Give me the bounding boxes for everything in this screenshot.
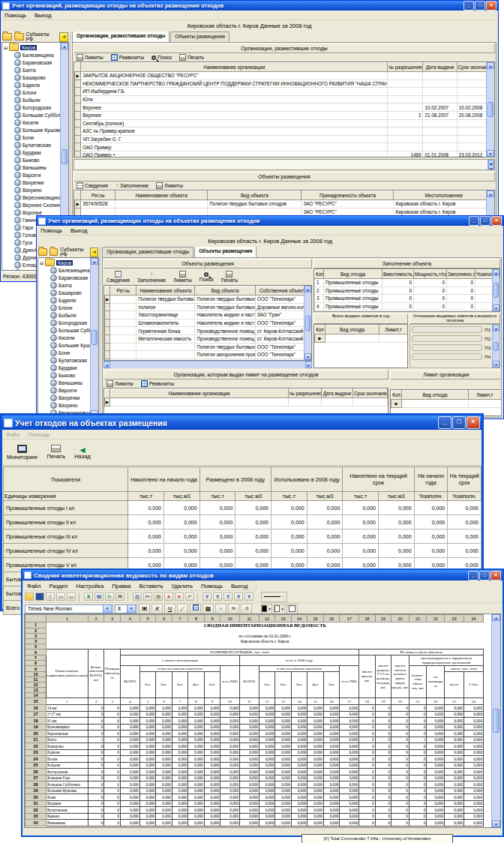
cell[interactable]: 0,000 xyxy=(414,501,448,515)
sheet-cell[interactable]: 0 xyxy=(409,756,427,763)
limits-button[interactable]: Лимиты xyxy=(106,380,134,387)
sheet-cell[interactable]: 0 xyxy=(88,762,104,769)
table-row[interactable]: ▶Полигон твердых бытовыхПолигон твердых … xyxy=(105,296,311,304)
column-number-cell[interactable]: 8 xyxy=(188,698,205,705)
sheet-cell[interactable]: 0,000 xyxy=(259,782,275,788)
sheet-cell[interactable]: 0,000 xyxy=(188,730,205,737)
sheet-cell[interactable]: 0 xyxy=(375,807,392,814)
excel-icon[interactable] xyxy=(84,592,93,601)
fill-button[interactable]: ↑Заполнение xyxy=(137,271,166,283)
territory-name-cell[interactable]: Бахта xyxy=(46,736,88,743)
sheet-cell[interactable]: 0,000 xyxy=(340,794,359,801)
bold-button[interactable]: Ж xyxy=(139,604,150,614)
sheet-cell[interactable]: 0,000 xyxy=(427,813,445,820)
sheet-cell[interactable]: 0,000 xyxy=(275,782,292,788)
sheet-cell[interactable]: 0,000 xyxy=(204,705,220,712)
cut-icon[interactable] xyxy=(143,592,152,601)
sheet-cell[interactable]: 2кл. xyxy=(156,672,172,698)
sheet-cell[interactable]: 0,000 xyxy=(308,807,324,814)
sheet-cell[interactable]: 0,000 xyxy=(340,743,359,750)
maximize-button[interactable]: □ xyxy=(452,416,466,429)
column-number-cell[interactable]: 16 xyxy=(323,698,340,705)
sheet-cell[interactable]: 0,000 xyxy=(464,813,483,820)
column-header[interactable]: 14 xyxy=(291,615,308,622)
column-header[interactable]: 9 xyxy=(204,615,220,622)
sheet-cell[interactable]: 0 xyxy=(375,820,392,826)
territory-name-cell[interactable]: 14 км xyxy=(46,705,88,712)
sheet-cell[interactable]: 0,000 xyxy=(427,794,445,801)
column-header[interactable]: 7 xyxy=(172,615,188,622)
column-header[interactable]: 24 xyxy=(464,615,483,622)
monitoring-button[interactable]: Мониторинг xyxy=(7,445,38,460)
sheet-cell[interactable]: 0,000 xyxy=(172,749,188,756)
sheet-cell[interactable]: 0,000 xyxy=(188,749,205,756)
sheet-cell[interactable]: 0,000 xyxy=(204,724,220,730)
sheet-cell[interactable]: 0,000 xyxy=(427,730,445,737)
sheet-cell[interactable]: 0,000 xyxy=(427,762,445,769)
sheet-cell[interactable]: 0,000 xyxy=(204,762,220,769)
sheet-cell[interactable]: 0,000 xyxy=(445,718,464,724)
sheet-cell[interactable]: 0,000 xyxy=(323,724,340,730)
sheet-cell[interactable]: 0,000 xyxy=(188,724,205,730)
sheet-cell[interactable]: 0,000 xyxy=(445,788,464,794)
sheet-cell[interactable]: ВСЕГО xyxy=(120,666,140,698)
sheet-cell[interactable]: 0 xyxy=(409,775,427,782)
sheet-cell[interactable]: 0,000 xyxy=(156,762,172,769)
sheet-cell[interactable]: 0,000 xyxy=(291,705,308,712)
grid-borders-icon[interactable] xyxy=(190,604,201,614)
line-style-select[interactable]: · xyxy=(261,592,287,602)
sheet-cell[interactable]: 0,000 xyxy=(240,749,260,756)
column-header[interactable]: Мощность,т/год xyxy=(414,270,447,279)
limits-button[interactable]: Лимиты xyxy=(173,271,192,283)
sheet-cell[interactable]: 0,000 xyxy=(220,705,240,712)
row-header[interactable]: 30 xyxy=(26,794,46,801)
column-header[interactable]: 11 xyxy=(240,615,260,622)
sheet-cell[interactable]: 0 xyxy=(375,711,392,718)
sheet-cell[interactable]: 0,000 xyxy=(291,749,308,756)
menu-item[interactable]: Удалить xyxy=(171,583,193,590)
copy-icon[interactable] xyxy=(133,592,142,601)
row-header[interactable]: 6 xyxy=(26,650,46,656)
sheet-cell[interactable]: 0,000 xyxy=(259,730,275,737)
sheet-cell[interactable]: 0,000 xyxy=(220,743,240,750)
maximize-button[interactable]: □ xyxy=(475,1,485,10)
sheet-cell[interactable]: 0 xyxy=(359,807,376,814)
row-header[interactable]: 7 xyxy=(26,656,46,661)
sheet-cell[interactable]: 0,000 xyxy=(427,782,445,788)
column-header[interactable]: Наименование организации xyxy=(110,389,289,398)
sheet-cell[interactable]: 0 xyxy=(88,724,104,730)
sheet-cell[interactable]: 0,000 xyxy=(120,813,140,820)
table-row[interactable]: ХвостохранилищеНакопитель жидких и пастЗ… xyxy=(105,311,311,320)
sheet-cell[interactable]: 0,000 xyxy=(464,705,483,712)
word-icon[interactable] xyxy=(94,592,104,601)
sheet-cell[interactable]: 0 xyxy=(409,769,427,776)
sheet-cell[interactable]: 0,000 xyxy=(340,775,359,782)
sheet-cell[interactable]: 0,000 xyxy=(464,800,483,807)
sheet-cell[interactable]: 0,000 xyxy=(275,794,292,801)
sheet-cell[interactable]: 0 xyxy=(375,724,392,730)
print-button[interactable]: Печать xyxy=(221,271,238,283)
sheet-cell[interactable]: 0,000 xyxy=(464,782,483,788)
menu-item[interactable]: Настройка xyxy=(76,583,104,590)
sheet-cell[interactable]: 0,000 xyxy=(427,736,445,743)
row-header[interactable]: 11 xyxy=(26,677,46,682)
sheet-cell[interactable]: 0,000 xyxy=(340,718,359,724)
sheet-cell[interactable]: 0,000 xyxy=(172,800,188,807)
cell[interactable]: 0,000 xyxy=(343,544,379,558)
cell[interactable]: 0,000 xyxy=(307,515,343,530)
filter-icon[interactable] xyxy=(213,592,222,601)
sheet-cell[interactable]: 0,000 xyxy=(220,820,240,826)
column-number-cell[interactable]: 9 xyxy=(204,698,220,705)
sheet-cell[interactable]: 0,000 xyxy=(340,749,359,756)
sheet-cell[interactable]: 0,000 xyxy=(120,820,140,826)
sheet-cell[interactable]: 0,000 xyxy=(445,730,464,737)
sheet-cell[interactable]: 0,000 xyxy=(323,782,340,788)
close-button[interactable]: × xyxy=(486,1,496,10)
sheet-cell[interactable]: 0,000 xyxy=(427,718,445,724)
sheet-cell[interactable]: 0,000 xyxy=(323,813,340,820)
row-header[interactable]: 17 xyxy=(26,711,46,718)
column-header[interactable]: Дата выдачи xyxy=(322,389,353,398)
sheet-cell[interactable]: 0 xyxy=(88,730,104,737)
territory-name-cell[interactable]: Балезинщина xyxy=(46,724,88,730)
sheet-cell[interactable]: 0,000 xyxy=(427,775,445,782)
